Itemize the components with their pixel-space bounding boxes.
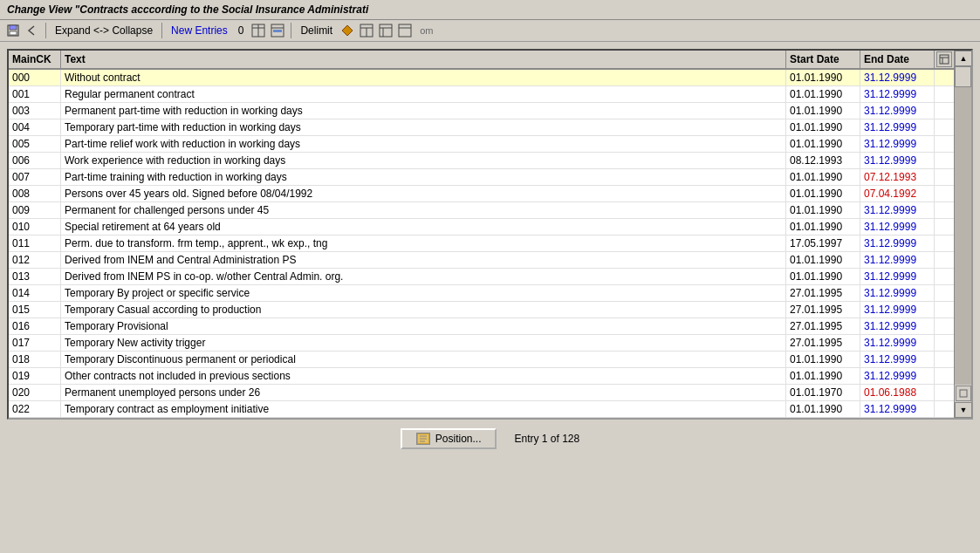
table-row[interactable]: 004Temporary part-time with reduction in… [9,119,954,136]
main-window: Change View "Contracts acccording to the… [0,0,980,553]
scroll-up-button[interactable]: ▲ [955,51,972,66]
cell-scroll [935,103,954,119]
cell-end-date: 31.12.9999 [860,136,935,152]
scroll-thumb[interactable] [955,66,971,87]
position-button[interactable]: Position... [401,428,497,449]
table-row[interactable]: 012Derived from INEM and Central Adminis… [9,252,954,269]
table-row[interactable]: 018Temporary Discontinuous permanent or … [9,352,954,368]
table-row[interactable]: 020Permanent unemployed persons under 26… [9,385,954,401]
table-row[interactable]: 009Permanent for challenged persons unde… [9,202,954,219]
cell-mainck: 007 [9,169,61,185]
cell-mainck: 004 [9,119,61,135]
cell-end-date: 01.06.1988 [860,385,935,400]
cell-start-date: 17.05.1997 [786,236,860,251]
cell-scroll [935,368,954,384]
cell-end-date: 31.12.9999 [860,103,935,119]
cell-mainck: 000 [9,70,61,85]
cell-text: Derived from INEM PS in co-op. w/other C… [61,269,786,284]
svg-marker-9 [342,25,353,36]
diamond-icon[interactable] [339,23,355,38]
new-entries-count: 0 [235,24,248,37]
table-row[interactable]: 006Work experience with reduction in wor… [9,153,954,169]
cell-mainck: 006 [9,153,61,168]
back-icon[interactable] [24,23,40,38]
table-row[interactable]: 016Temporary Provisional27.01.199531.12.… [9,318,954,335]
grid-icon1[interactable] [359,23,374,38]
save-icon[interactable] [5,23,21,38]
table-row[interactable]: 008Persons over 45 years old. Signed bef… [9,186,954,202]
cell-text: Temporary By project or specific service [61,285,786,301]
cell-mainck: 001 [9,86,61,102]
table-row[interactable]: 014Temporary By project or specific serv… [9,285,954,302]
cell-end-date: 07.04.1992 [860,186,935,201]
table-wrapper: MainCK Text Start Date End Date 000Witho… [7,49,973,420]
cell-text: Temporary Casual according to production [61,302,786,317]
cell-start-date: 27.01.1995 [786,302,860,317]
table-row[interactable]: 019Other contracts not included in previ… [9,368,954,385]
cell-scroll [935,236,954,251]
cell-mainck: 014 [9,285,61,301]
header-start: Start Date [786,51,860,68]
separator [45,23,46,38]
cell-mainck: 022 [9,401,61,417]
cell-end-date: 31.12.9999 [860,153,935,168]
window-title: Change View "Contracts acccording to the… [7,3,368,16]
svg-rect-18 [940,55,949,64]
table-row[interactable]: 001Regular permanent contract01.01.19903… [9,86,954,103]
scroll-down-button[interactable]: ▼ [955,402,972,418]
cell-end-date: 31.12.9999 [860,401,935,417]
grid-icon2[interactable] [378,23,394,38]
title-bar: Change View "Contracts acccording to the… [0,0,980,20]
column-settings-icon[interactable] [936,51,952,67]
table-icon1[interactable] [250,23,266,38]
expand-collapse-button[interactable]: Expand <-> Collapse [51,24,156,37]
table-icon2[interactable] [270,23,285,38]
table-row[interactable]: 013Derived from INEM PS in co-op. w/othe… [9,269,954,285]
table-row[interactable]: 000Without contract01.01.199031.12.9999 [9,70,954,86]
table-row[interactable]: 010Special retirement at 64 years old01.… [9,219,954,236]
new-entries-label[interactable]: New Entries [168,24,231,37]
svg-rect-21 [960,390,967,397]
cell-start-date: 01.01.1990 [786,352,860,367]
cell-scroll [935,252,954,268]
cell-text: Part-time training with reduction in wor… [61,169,786,185]
cell-mainck: 020 [9,385,61,400]
cell-scroll [935,269,954,284]
cell-scroll [935,153,954,168]
svg-rect-2 [10,31,17,35]
cell-mainck: 019 [9,368,61,384]
cell-scroll [935,186,954,201]
table-row[interactable]: 007Part-time training with reduction in … [9,169,954,186]
table-row[interactable]: 011Perm. due to transform. frm temp., ap… [9,236,954,252]
cell-mainck: 005 [9,136,61,152]
grid-icon3[interactable] [397,23,413,38]
vertical-scrollbar[interactable]: ▲ ▼ [954,51,971,418]
table-row[interactable]: 022Temporary contract as employment init… [9,401,954,418]
cell-start-date: 01.01.1990 [786,136,860,152]
cell-end-date: 31.12.9999 [860,352,935,367]
table-row[interactable]: 017Temporary New activity trigger27.01.1… [9,335,954,352]
select-all-checkbox[interactable] [956,386,971,401]
cell-text: Part-time relief work with reduction in … [61,136,786,152]
cell-end-date: 31.12.9999 [860,86,935,102]
cell-scroll [935,169,954,185]
cell-mainck: 003 [9,103,61,119]
cell-text: Persons over 45 years old. Signed before… [61,186,786,201]
table-row[interactable]: 003Permanent part-time with reduction in… [9,103,954,119]
position-icon [416,433,430,445]
cell-scroll [935,318,954,334]
table-row[interactable]: 005Part-time relief work with reduction … [9,136,954,153]
cell-text: Without contract [61,70,786,85]
table-row[interactable]: 015Temporary Casual according to product… [9,302,954,318]
cell-text: Permanent unemployed persons under 26 [61,385,786,400]
cell-mainck: 018 [9,352,61,367]
scroll-track[interactable] [955,66,971,226]
cell-end-date: 31.12.9999 [860,219,935,235]
cell-text: Permanent for challenged persons under 4… [61,202,786,218]
cell-text: Perm. due to transform. frm temp., appre… [61,236,786,251]
delimit-button[interactable]: Delimit [297,24,336,37]
cell-scroll [935,401,954,417]
cell-start-date: 01.01.1990 [786,186,860,201]
header-end: End Date [860,51,935,68]
header-mainck: MainCK [9,51,61,68]
